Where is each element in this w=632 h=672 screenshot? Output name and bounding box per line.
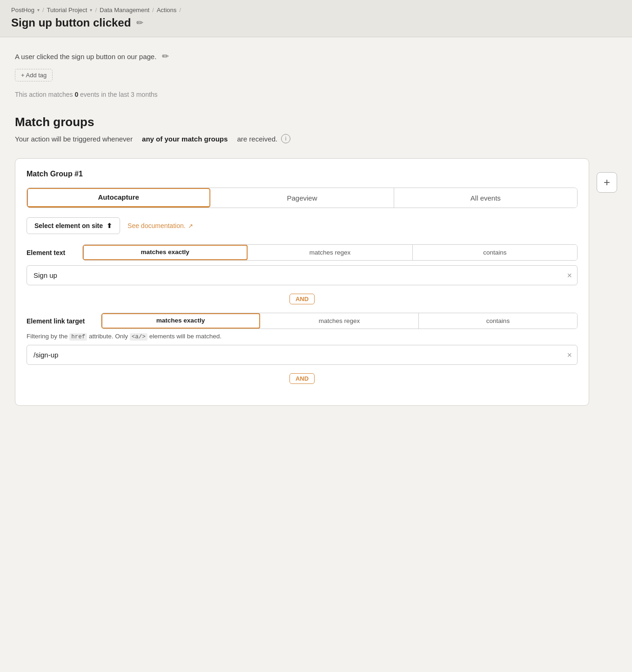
action-stats: This action matches 0 events in the last… xyxy=(15,91,617,98)
link-filter-tab-c-label: contains xyxy=(486,317,510,324)
match-group-1-tabs: Autocapture Pageview All events xyxy=(27,188,578,208)
element-link-filter-tabs: matches exactly matches regex contains xyxy=(101,313,578,329)
filter-note: Filtering by the href attribute. Only <a… xyxy=(27,333,578,340)
and-divider-2: AND xyxy=(27,373,578,384)
add-tag-label: + Add tag xyxy=(21,72,47,79)
description-row: A user clicked the sign up button on our… xyxy=(15,50,617,62)
page-title-row: Sign up button clicked ✏ xyxy=(11,16,621,29)
edit-icon: ✏ xyxy=(136,18,143,28)
tab-all-events-label: All events xyxy=(471,194,501,202)
edit-title-button[interactable]: ✏ xyxy=(135,17,144,29)
select-element-row: Select element on site ⬆ See documentati… xyxy=(27,217,578,234)
link-filter-tab-me-label: matches exactly xyxy=(156,317,205,324)
filter-tab-matches-exactly[interactable]: matches exactly xyxy=(83,245,248,260)
stats-suffix: events in the last 3 months xyxy=(80,91,158,98)
filter-tab-c-label: contains xyxy=(483,249,506,256)
breadcrumb: PostHog ▾ / Tutorial Project ▾ / Data Ma… xyxy=(11,7,621,13)
see-docs-label: See documentation. xyxy=(128,222,186,229)
plus-icon: + xyxy=(604,176,610,189)
edit-description-button[interactable]: ✏ xyxy=(161,50,170,62)
filter-tab-contains[interactable]: contains xyxy=(413,245,577,260)
element-text-filter-tabs: matches exactly matches regex contains xyxy=(82,244,578,261)
add-match-group-button[interactable]: + xyxy=(597,172,617,193)
breadcrumb-actions-label: Actions xyxy=(157,7,177,13)
breadcrumb-posthog[interactable]: PostHog ▾ xyxy=(11,7,40,13)
subtitle-prefix: Your action will be triggered whenever xyxy=(15,135,133,143)
breadcrumb-data-label: Data Management xyxy=(100,7,149,13)
link-filter-tab-matches-regex[interactable]: matches regex xyxy=(260,313,419,329)
breadcrumb-sep-2: / xyxy=(95,7,97,13)
element-link-clear-button[interactable]: × xyxy=(567,351,572,359)
element-link-filter-row: Element link target matches exactly matc… xyxy=(27,313,578,329)
main-content: A user clicked the sign up button on our… xyxy=(0,37,632,419)
tab-pageview[interactable]: Pageview xyxy=(210,188,394,208)
subtitle-suffix: are received. xyxy=(237,135,277,143)
breadcrumb-tutorial[interactable]: Tutorial Project ▾ xyxy=(47,7,93,13)
and-badge-2: AND xyxy=(289,373,315,384)
external-link-icon: ↗ xyxy=(188,222,193,229)
tab-pageview-label: Pageview xyxy=(287,194,317,202)
element-text-input[interactable] xyxy=(27,265,578,285)
section-title: Match groups xyxy=(15,115,617,129)
stats-prefix: This action matches xyxy=(15,91,73,98)
chevron-down-icon-2: ▾ xyxy=(90,7,92,13)
element-link-input-row: × xyxy=(27,345,578,365)
breadcrumb-posthog-label: PostHog xyxy=(11,7,34,13)
tab-autocapture-label: Autocapture xyxy=(98,193,139,201)
breadcrumb-data-mgmt[interactable]: Data Management xyxy=(100,7,149,13)
element-link-label: Element link target xyxy=(27,317,96,325)
description-text: A user clicked the sign up button on our… xyxy=(15,53,156,60)
breadcrumb-sep-4: / xyxy=(179,7,181,13)
chevron-down-icon: ▾ xyxy=(37,7,40,13)
element-text-input-row: × xyxy=(27,265,578,285)
info-icon[interactable]: i xyxy=(281,134,290,143)
match-group-1-title: Match Group #1 xyxy=(27,170,578,178)
element-text-clear-button[interactable]: × xyxy=(567,271,572,280)
element-text-label: Element text xyxy=(27,249,78,256)
stats-count: 0 xyxy=(74,91,78,98)
and-badge-1: AND xyxy=(289,294,315,304)
edit-description-icon: ✏ xyxy=(162,51,169,61)
tab-autocapture[interactable]: Autocapture xyxy=(27,188,210,208)
filter-tab-mr-label: matches regex xyxy=(309,249,351,256)
link-filter-tab-matches-exactly[interactable]: matches exactly xyxy=(101,313,260,329)
tab-all-events[interactable]: All events xyxy=(394,188,577,208)
select-element-label: Select element on site xyxy=(34,222,103,229)
link-filter-tab-contains[interactable]: contains xyxy=(419,313,577,329)
add-tag-button[interactable]: + Add tag xyxy=(15,69,53,81)
header-bar: PostHog ▾ / Tutorial Project ▾ / Data Ma… xyxy=(0,0,632,37)
link-filter-tab-mr-label: matches regex xyxy=(319,317,360,324)
filter-tab-me-label: matches exactly xyxy=(141,249,189,255)
element-link-input[interactable] xyxy=(27,345,578,365)
match-group-1-card: Match Group #1 Autocapture Pageview All … xyxy=(15,158,589,406)
breadcrumb-tutorial-label: Tutorial Project xyxy=(47,7,87,13)
filter-tab-matches-regex[interactable]: matches regex xyxy=(248,245,412,260)
breadcrumb-actions[interactable]: Actions xyxy=(157,7,177,13)
select-element-icon: ⬆ xyxy=(107,222,112,229)
breadcrumb-sep-3: / xyxy=(152,7,154,13)
see-documentation-link[interactable]: See documentation. ↗ xyxy=(128,222,193,229)
subtitle-bold: any of your match groups xyxy=(142,135,228,143)
page-title: Sign up button clicked xyxy=(11,16,131,29)
select-element-button[interactable]: Select element on site ⬆ xyxy=(27,217,120,234)
and-divider-1: AND xyxy=(27,294,578,304)
match-groups-area: Match Group #1 Autocapture Pageview All … xyxy=(15,158,617,406)
breadcrumb-sep-1: / xyxy=(42,7,44,13)
section-subtitle: Your action will be triggered whenever a… xyxy=(15,134,617,143)
element-text-filter-row: Element text matches exactly matches reg… xyxy=(27,244,578,261)
